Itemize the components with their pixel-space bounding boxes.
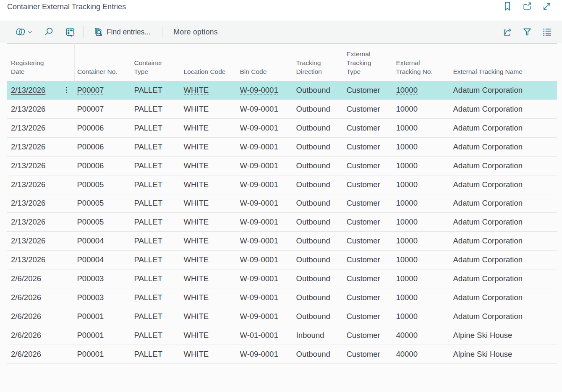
cell-location-code[interactable]: WHITE	[181, 307, 237, 326]
cell-external-tracking-type[interactable]: Customer	[344, 345, 393, 363]
cell-container-no[interactable]: P00003	[74, 269, 131, 288]
row-menu-cell[interactable]	[58, 232, 74, 251]
cell-external-tracking-name[interactable]: Adatum Corporation	[450, 251, 557, 269]
cell-external-tracking-type[interactable]: Customer	[344, 156, 393, 175]
cell-registering-date[interactable]: 2/13/2026	[7, 137, 58, 156]
cell-external-tracking-name[interactable]: Adatum Corporation	[450, 99, 557, 118]
cell-external-tracking-name[interactable]: Adatum Corporation	[450, 175, 557, 194]
cell-location-code[interactable]: WHITE	[181, 345, 237, 363]
cell-registering-date[interactable]: 2/13/2026	[7, 99, 58, 118]
cell-external-tracking-name[interactable]: Adatum Corporation	[450, 232, 557, 251]
cell-external-tracking-type[interactable]: Customer	[344, 307, 393, 326]
row-menu-cell[interactable]	[58, 345, 74, 363]
table-row[interactable]: 2/13/2026 P00006 PALLET WHITE W-09-0001 …	[7, 118, 557, 137]
cell-location-code[interactable]: WHITE	[181, 118, 237, 137]
row-menu-cell[interactable]	[58, 326, 74, 345]
table-row[interactable]: 2/6/2026 P00001 PALLET WHITE W-01-0001 I…	[7, 326, 557, 345]
cell-external-tracking-no[interactable]: 40000	[393, 326, 450, 345]
cell-external-tracking-no[interactable]: 10000	[393, 288, 450, 307]
cell-tracking-direction[interactable]: Outbound	[293, 307, 344, 326]
cell-location-code[interactable]: WHITE	[181, 326, 237, 345]
column-header-location-code[interactable]: Location Code	[181, 44, 237, 81]
cell-registering-date[interactable]: 2/13/2026	[7, 232, 58, 251]
cell-external-tracking-name[interactable]: Alpine Ski House	[450, 326, 557, 345]
cell-bin-code[interactable]: W-09-0001	[237, 251, 293, 269]
cell-container-no[interactable]: P00005	[74, 213, 131, 232]
cell-tracking-direction[interactable]: Outbound	[293, 118, 344, 137]
share-icon[interactable]	[502, 27, 512, 37]
cell-external-tracking-no[interactable]: 10000	[393, 118, 450, 137]
cell-tracking-direction[interactable]: Outbound	[293, 175, 344, 194]
cell-container-no[interactable]: P00001	[74, 345, 131, 363]
more-options-button[interactable]: More options	[174, 28, 218, 37]
cell-registering-date[interactable]: 2/13/2026	[7, 251, 58, 269]
cell-container-no[interactable]: P00005	[74, 175, 131, 194]
open-in-new-window-icon[interactable]	[522, 1, 532, 11]
choose-columns-icon[interactable]	[542, 27, 552, 37]
cell-bin-code[interactable]: W-09-0001	[237, 288, 293, 307]
cell-bin-code[interactable]: W-09-0001	[237, 175, 293, 194]
cell-bin-code[interactable]: W-09-0001	[237, 194, 293, 213]
table-row[interactable]: 2/6/2026 P00003 PALLET WHITE W-09-0001 O…	[7, 269, 557, 288]
cell-external-tracking-type[interactable]: Customer	[344, 118, 393, 137]
row-menu-cell[interactable]	[58, 269, 74, 288]
cell-container-type[interactable]: PALLET	[131, 213, 181, 232]
table-row[interactable]: 2/13/2026 P00006 PALLET WHITE W-09-0001 …	[7, 156, 557, 175]
table-row[interactable]: 2/13/2026 P00004 PALLET WHITE W-09-0001 …	[7, 232, 557, 251]
cell-container-no[interactable]: P00006	[74, 156, 131, 175]
cell-external-tracking-no[interactable]: 10000	[393, 269, 450, 288]
cell-container-no[interactable]: P00007	[74, 81, 131, 100]
cell-external-tracking-no[interactable]: 10000	[393, 175, 450, 194]
cell-tracking-direction[interactable]: Inbound	[293, 326, 344, 345]
column-header-tracking-direction[interactable]: Tracking Direction	[293, 44, 344, 81]
cell-external-tracking-name[interactable]: Adatum Corporation	[450, 288, 557, 307]
cell-container-type[interactable]: PALLET	[131, 118, 181, 137]
cell-container-type[interactable]: PALLET	[131, 99, 181, 118]
cell-registering-date[interactable]: 2/13/2026	[7, 213, 58, 232]
cell-registering-date[interactable]: 2/6/2026	[7, 345, 58, 363]
table-row[interactable]: 2/13/2026 P00007 PALLET WHITE W-09-0001 …	[7, 99, 557, 118]
row-menu-cell[interactable]	[58, 137, 74, 156]
cell-registering-date[interactable]: 2/13/2026	[7, 118, 58, 137]
search-button[interactable]	[44, 27, 54, 37]
cell-location-code[interactable]: WHITE	[181, 213, 237, 232]
cell-container-type[interactable]: PALLET	[131, 251, 181, 269]
table-row[interactable]: 2/6/2026 P00001 PALLET WHITE W-09-0001 O…	[7, 345, 557, 363]
find-entries-button[interactable]: Find entries...	[94, 27, 151, 37]
cell-tracking-direction[interactable]: Outbound	[293, 269, 344, 288]
cell-container-type[interactable]: PALLET	[131, 175, 181, 194]
cell-tracking-direction[interactable]: Outbound	[293, 81, 344, 100]
row-menu-cell[interactable]	[58, 307, 74, 326]
table-row[interactable]: 2/13/2026 P00005 PALLET WHITE W-09-0001 …	[7, 194, 557, 213]
cell-bin-code[interactable]: W-01-0001	[237, 326, 293, 345]
cell-tracking-direction[interactable]: Outbound	[293, 194, 344, 213]
cell-external-tracking-name[interactable]: Adatum Corporation	[450, 81, 557, 100]
cell-container-type[interactable]: PALLET	[131, 156, 181, 175]
cell-external-tracking-name[interactable]: Adatum Corporation	[450, 269, 557, 288]
cell-bin-code[interactable]: W-09-0001	[237, 81, 293, 100]
cell-location-code[interactable]: WHITE	[181, 288, 237, 307]
cell-tracking-direction[interactable]: Outbound	[293, 288, 344, 307]
kebab-menu-icon[interactable]	[65, 87, 67, 93]
cell-container-no[interactable]: P00003	[74, 288, 131, 307]
row-menu-cell[interactable]	[58, 175, 74, 194]
row-menu-cell[interactable]	[58, 99, 74, 118]
cell-external-tracking-name[interactable]: Adatum Corporation	[450, 156, 557, 175]
cell-tracking-direction[interactable]: Outbound	[293, 345, 344, 363]
cell-bin-code[interactable]: W-09-0001	[237, 118, 293, 137]
cell-external-tracking-name[interactable]: Adatum Corporation	[450, 194, 557, 213]
cell-external-tracking-no[interactable]: 10000	[393, 251, 450, 269]
cell-external-tracking-name[interactable]: Adatum Corporation	[450, 213, 557, 232]
cell-external-tracking-type[interactable]: Customer	[344, 288, 393, 307]
filter-icon[interactable]	[522, 27, 532, 37]
cell-external-tracking-name[interactable]: Adatum Corporation	[450, 137, 557, 156]
bookmark-icon[interactable]	[502, 1, 512, 11]
cell-registering-date[interactable]: 2/13/2026	[7, 175, 58, 194]
cell-external-tracking-no[interactable]: 10000	[393, 99, 450, 118]
cell-container-type[interactable]: PALLET	[131, 288, 181, 307]
cell-location-code[interactable]: WHITE	[181, 99, 237, 118]
row-menu-cell[interactable]	[58, 118, 74, 137]
column-header-container-type[interactable]: Container Type	[131, 44, 181, 81]
cell-tracking-direction[interactable]: Outbound	[293, 232, 344, 251]
cell-external-tracking-no[interactable]: 10000	[393, 194, 450, 213]
